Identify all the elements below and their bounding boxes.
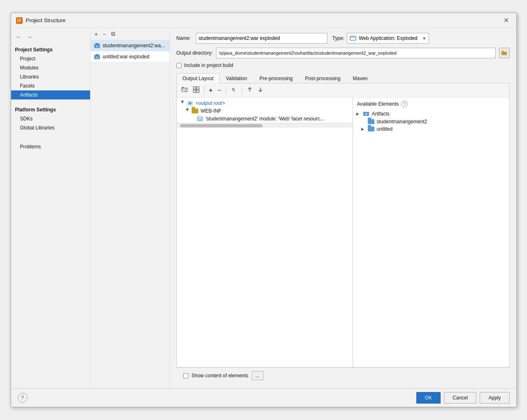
show-content-checkbox[interactable] [183,373,188,378]
move-up-button[interactable] [245,85,255,95]
tab-maven[interactable]: Maven [346,73,374,83]
include-build-label: Include in project build [184,62,233,68]
available-elements-header: Available Elements ? [353,99,509,110]
browse-output-dir-button[interactable] [499,48,510,58]
untitled-folder-icon [368,127,374,132]
artifacts-tree-arrow: ▶ [356,112,361,116]
output-split: ▶ <output root> ▶ [177,97,509,367]
type-select-container: Type: W [332,33,429,44]
sidebar-nav-row: ← → [11,31,90,44]
svg-rect-20 [198,117,202,118]
svg-rect-12 [182,88,187,92]
output-layout-toolbar: + − ⇅ [177,83,509,97]
close-button[interactable]: ✕ [501,16,511,25]
grid-view-button[interactable] [191,85,202,95]
svg-rect-10 [501,52,507,55]
available-item-studentmgmt[interactable]: ▶ studentmanangement2 [353,118,509,125]
svg-text:W: W [96,45,98,48]
name-input[interactable] [196,33,327,44]
dialog-footer: ? OK Cancel Apply [11,388,516,407]
artifact-name-1: untitled:war exploded [103,54,149,60]
remove-item-button[interactable]: − [216,85,223,95]
war-exploded-icon-1: W [94,53,100,60]
available-item-untitled[interactable]: ▶ untitled [353,125,509,133]
apply-button[interactable]: Apply [480,392,509,404]
name-label: Name: [176,35,191,41]
browse-content-button[interactable]: ... [252,371,263,380]
back-button[interactable]: ← [14,33,23,41]
artifact-name-0: studentmanangement2:wa... [103,43,165,48]
svg-rect-21 [198,119,201,120]
tree-item-module-resource[interactable]: ▶ 'studentmanangement2' module: 'Web' fa… [177,115,353,123]
available-elements-panel: Available Elements ? ▶ A [353,97,509,367]
toolbar-separator-3 [242,86,242,95]
sidebar-item-facets[interactable]: Facets [11,81,90,90]
include-build-checkbox[interactable] [176,63,182,68]
main-content: ← → Project Settings Project Modules Lib… [11,28,516,388]
forward-button[interactable]: → [25,33,34,41]
artifacts-node-icon: A [363,111,369,117]
folder-browse-icon [501,51,507,55]
tree-label-webinf: WEB-INF [201,108,222,114]
bottom-row: Show content of elements ... [176,367,510,383]
module-facet-icon [197,115,203,122]
copy-artifact-button[interactable]: ⧉ [109,30,117,38]
output-dir-label: Output directory: [176,50,213,56]
scrollbar-thumb [180,124,262,127]
create-dir-button[interactable] [179,85,190,95]
sidebar-item-artifacts[interactable]: Artifacts [11,90,90,99]
tab-output-layout[interactable]: Output Layout [176,73,220,83]
sidebar-item-global-libraries[interactable]: Global Libraries [11,123,90,132]
bottom-buttons: OK Cancel Apply [416,392,510,404]
remove-artifact-button[interactable]: − [101,30,108,38]
add-item-button[interactable]: + [207,85,215,95]
available-studentmgmt-label: studentmanangement2 [377,119,427,125]
tree-item-webinf[interactable]: ▶ WEB-INF [177,107,353,115]
title-bar: IJ Project Structure ✕ [11,13,516,28]
footer-help-icon[interactable]: ? [18,393,28,403]
tab-post-processing[interactable]: Post-processing [299,73,346,83]
artifact-item-0[interactable]: W studentmanangement2:wa... [91,40,169,51]
tab-pre-processing[interactable]: Pre-processing [253,73,299,83]
type-label: Type: [332,35,344,41]
svg-rect-16 [197,90,199,92]
project-settings-header: Project Settings [11,44,90,54]
sidebar-item-sdks[interactable]: SDKs [11,114,90,123]
war-exploded-icon-0: W [94,42,100,49]
available-item-artifacts[interactable]: ▶ A Artifacts [353,110,509,118]
sidebar-item-problems[interactable]: Problems [11,142,90,151]
sidebar-item-project[interactable]: Project [11,54,90,63]
horizontal-scrollbar[interactable] [177,123,353,128]
sort-button[interactable]: ⇅ [229,85,239,95]
type-dropdown[interactable]: Web Application: Exploded ▼ [347,33,429,44]
bottom-row-left: Show content of elements ... [183,371,503,380]
untitled-arrow: ▶ [361,127,366,131]
tree-label-module-resource: 'studentmanangement2' module: 'Web' face… [206,116,324,122]
tree-label-output-root: <output root> [196,100,225,106]
move-down-button[interactable] [255,85,265,95]
svg-point-9 [353,37,354,37]
show-content-label: Show content of elements [192,373,248,378]
artifact-list-panel: + − ⧉ W studentmanangement2:wa... [91,28,170,388]
tree-arrow-webinf: ▶ [186,108,190,113]
ok-button[interactable]: OK [416,392,441,404]
cancel-button[interactable]: Cancel [444,392,476,404]
tabs-row: Output Layout Validation Pre-processing … [176,73,510,83]
sidebar-item-modules[interactable]: Modules [11,63,90,72]
artifact-list-toolbar: + − ⧉ [91,28,169,40]
available-untitled-label: untitled [377,126,393,132]
add-artifact-button[interactable]: + [93,30,100,38]
svg-rect-13 [193,87,196,89]
dropdown-arrow-icon: ▼ [422,36,426,41]
available-elements-label: Available Elements [357,101,399,107]
available-elements-help-icon[interactable]: ? [401,101,408,107]
tree-item-output-root[interactable]: ▶ <output root> [177,99,353,107]
output-dir-input[interactable] [216,48,495,58]
artifact-item-1[interactable]: W untitled:war exploded [91,51,169,62]
type-value: Web Application: Exploded [359,35,418,41]
sidebar-item-libraries[interactable]: Libraries [11,72,90,81]
available-artifacts-label: Artifacts [372,111,390,117]
svg-rect-14 [197,87,199,89]
tab-validation[interactable]: Validation [220,73,253,83]
output-layout-area: + − ⇅ [176,83,510,367]
